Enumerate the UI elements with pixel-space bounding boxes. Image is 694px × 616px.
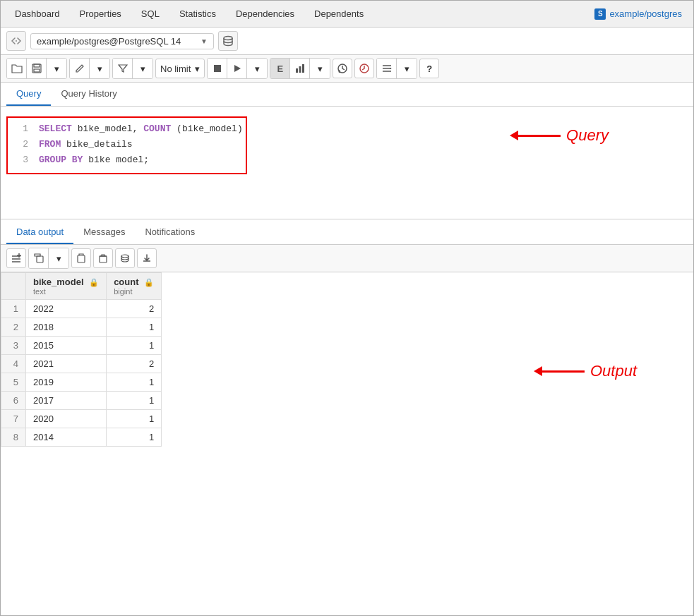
svg-point-0 <box>224 37 232 40</box>
table-row[interactable]: 7 2020 1 <box>1 410 162 428</box>
count-cell: 1 <box>107 373 162 392</box>
save-data-button[interactable] <box>115 248 135 268</box>
count-cell: 1 <box>107 318 162 337</box>
tab-query-history[interactable]: Query History <box>51 83 126 106</box>
editor-area[interactable]: 1 SELECT bike_model, COUNT (bike_model) … <box>1 107 693 219</box>
table-row[interactable]: 6 2017 1 <box>1 392 162 410</box>
rollback-button[interactable] <box>354 59 374 78</box>
svg-rect-7 <box>299 66 301 73</box>
sql-code-box: 1 SELECT bike_model, COUNT (bike_model) … <box>6 116 247 174</box>
chart-button[interactable] <box>290 59 310 78</box>
commit-button[interactable] <box>333 59 352 78</box>
tab-data-output[interactable]: Data output <box>6 221 73 244</box>
col-count-header[interactable]: count 🔒 bigint <box>107 273 162 300</box>
edit-group: ▾ <box>69 58 110 79</box>
lock-icon: 🔒 <box>89 278 99 286</box>
copy-button[interactable] <box>29 248 49 268</box>
table-row[interactable]: 2 2018 1 <box>1 318 162 337</box>
filter-button[interactable] <box>113 59 133 78</box>
run-group: ▾ <box>207 58 268 79</box>
output-label: Output <box>590 362 637 380</box>
row-num: 8 <box>1 428 26 447</box>
table-row[interactable]: 1 2022 2 <box>1 300 162 318</box>
tab-notifications[interactable]: Notifications <box>135 221 205 244</box>
run-chevron-button[interactable]: ▾ <box>247 59 267 78</box>
help-button[interactable]: ? <box>419 59 439 78</box>
nav-properties[interactable]: Properties <box>71 3 130 25</box>
row-num: 6 <box>1 392 26 410</box>
brand-label: example/postgres <box>609 8 682 19</box>
connection-link-icon[interactable] <box>6 31 26 51</box>
filter-chevron-button[interactable]: ▾ <box>133 59 152 78</box>
svg-marker-5 <box>234 65 241 72</box>
data-table-wrapper: bike_model 🔒 text count 🔒 bigint 1 2022 … <box>1 272 693 447</box>
tab-query[interactable]: Query <box>6 83 51 106</box>
col-bike-model-header[interactable]: bike_model 🔒 text <box>26 273 107 300</box>
row-num: 3 <box>1 337 26 355</box>
download-button[interactable] <box>137 248 157 268</box>
nav-dependencies[interactable]: Dependencies <box>227 3 303 25</box>
save-dropdown-button[interactable] <box>27 59 47 78</box>
edit-chevron-button[interactable]: ▾ <box>90 59 109 78</box>
svg-rect-22 <box>100 256 107 262</box>
table-row[interactable]: 3 2015 1 <box>1 337 162 355</box>
bike-model-cell: 2019 <box>26 373 107 392</box>
svg-rect-21 <box>78 255 85 262</box>
code-line-1: 1 SELECT bike_model, COUNT (bike_model) <box>11 122 243 138</box>
bike-model-cell: 2020 <box>26 410 107 428</box>
chevron-down-icon: ▼ <box>201 37 208 45</box>
lock-icon-2: 🔒 <box>144 278 154 286</box>
run-button[interactable] <box>227 59 247 78</box>
bike-model-cell: 2022 <box>26 300 107 318</box>
svg-rect-6 <box>296 68 298 73</box>
count-cell: 1 <box>107 392 162 410</box>
row-num: 7 <box>1 410 26 428</box>
paste-button[interactable] <box>71 248 91 268</box>
bike-model-cell: 2017 <box>26 392 107 410</box>
connection-selector[interactable]: example/postgres@PostgreSQL 14 ▼ <box>30 33 214 49</box>
row-num: 2 <box>1 318 26 337</box>
nav-sql[interactable]: SQL <box>133 3 168 25</box>
bike-model-cell: 2015 <box>26 337 107 355</box>
delete-row-button[interactable] <box>93 248 113 268</box>
nav-statistics[interactable]: Statistics <box>171 3 225 25</box>
explain-chevron-button[interactable]: ▾ <box>310 59 330 78</box>
nav-dependents[interactable]: Dependents <box>306 3 372 25</box>
add-row-button[interactable] <box>6 248 26 268</box>
open-file-button[interactable] <box>7 59 27 78</box>
query-label: Query <box>566 126 609 145</box>
macros-button[interactable] <box>377 59 397 78</box>
table-row[interactable]: 5 2019 1 <box>1 373 162 392</box>
macros-group: ▾ <box>376 58 417 79</box>
svg-point-23 <box>121 255 128 258</box>
explain-button[interactable]: E <box>270 59 290 78</box>
database-icon[interactable] <box>218 31 238 51</box>
brand-icon: S <box>594 8 606 20</box>
copy-chevron-button[interactable]: ▾ <box>49 248 68 268</box>
output-annotation: Output <box>534 362 637 380</box>
svg-rect-4 <box>214 65 221 72</box>
query-annotation: Query <box>510 126 609 145</box>
explain-group: E ▾ <box>270 58 330 79</box>
table-row[interactable]: 4 2021 2 <box>1 355 162 373</box>
filter-group: ▾ <box>112 58 153 79</box>
table-header-row: bike_model 🔒 text count 🔒 bigint <box>1 273 162 300</box>
output-toolbar: ▾ <box>1 245 693 272</box>
data-table: bike_model 🔒 text count 🔒 bigint 1 2022 … <box>1 272 162 447</box>
top-nav: Dashboard Properties SQL Statistics Depe… <box>1 1 693 28</box>
connection-label: example/postgres@PostgreSQL 14 <box>37 36 181 47</box>
save-chevron-button[interactable]: ▾ <box>47 59 66 78</box>
limit-selector[interactable]: No limit ▾ <box>155 59 205 78</box>
stop-button[interactable] <box>208 59 227 78</box>
tab-messages[interactable]: Messages <box>73 221 135 244</box>
row-num: 4 <box>1 355 26 373</box>
count-cell: 2 <box>107 355 162 373</box>
edit-button[interactable] <box>70 59 90 78</box>
table-row[interactable]: 8 2014 1 <box>1 428 162 447</box>
macros-chevron-button[interactable]: ▾ <box>397 59 417 78</box>
output-section: Data output Messages Notifications ▾ <box>1 221 693 447</box>
count-cell: 2 <box>107 300 162 318</box>
row-num: 1 <box>1 300 26 318</box>
svg-rect-3 <box>34 69 40 72</box>
nav-dashboard[interactable]: Dashboard <box>6 3 68 25</box>
